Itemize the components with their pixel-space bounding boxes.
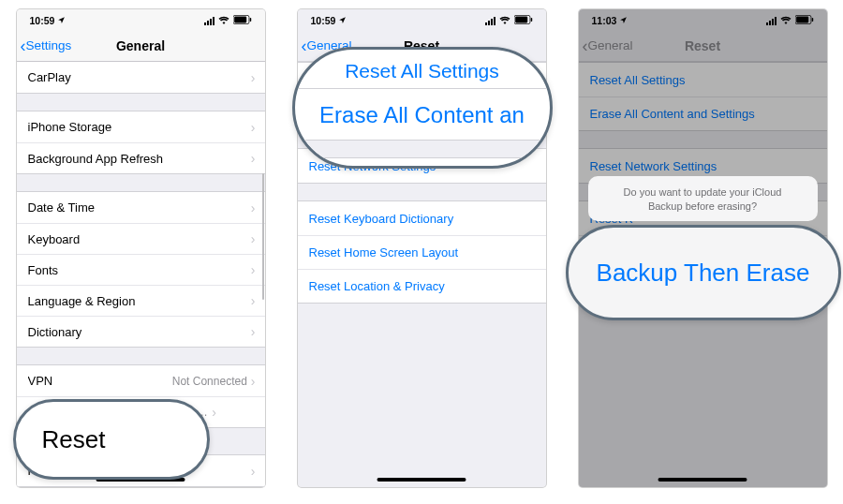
row-dictionary[interactable]: Dictionary›: [17, 316, 265, 347]
chevron-right-icon: ›: [251, 70, 256, 85]
callout-backup: Backup Then Erase: [566, 225, 841, 320]
battery-icon: [514, 15, 533, 26]
back-label: Settings: [26, 38, 72, 52]
callout-line2: Erase All Content an: [319, 102, 525, 127]
chevron-right-icon: ›: [251, 231, 256, 246]
svg-rect-2: [249, 18, 251, 22]
back-button[interactable]: ‹ Settings: [21, 37, 72, 54]
cell-signal-icon: [204, 17, 214, 25]
callout-erase: Reset All Settings Erase All Content an: [292, 47, 553, 169]
chevron-right-icon: ›: [251, 120, 256, 135]
row-storage[interactable]: iPhone Storage›: [17, 111, 265, 142]
battery-icon: [233, 15, 252, 26]
action-sheet: Do you want to update your iCloud Backup…: [588, 176, 818, 221]
chevron-right-icon: ›: [212, 405, 216, 420]
wifi-icon: [218, 15, 229, 26]
scrollbar[interactable]: [261, 61, 264, 314]
row-reset-location[interactable]: Reset Location & Privacy: [298, 269, 546, 303]
row-datetime[interactable]: Date & Time›: [17, 192, 265, 223]
status-bar: 10:59: [298, 9, 546, 30]
nav-title: General: [116, 38, 165, 53]
status-time: 10:59: [30, 15, 55, 26]
status-bar: 10:59: [17, 9, 265, 30]
chevron-right-icon: ›: [251, 151, 256, 166]
wifi-icon: [499, 15, 510, 26]
location-icon: [57, 15, 66, 26]
row-carplay[interactable]: CarPlay›: [17, 62, 265, 93]
sheet-message: Do you want to update your iCloud Backup…: [588, 176, 818, 221]
svg-rect-5: [530, 18, 532, 22]
row-fonts[interactable]: Fonts›: [17, 254, 265, 285]
callout-text: Reset: [42, 425, 106, 454]
row-vpn[interactable]: VPNNot Connected›: [17, 365, 265, 396]
callout-reset: Reset: [13, 399, 210, 480]
home-indicator[interactable]: [377, 478, 466, 482]
chevron-right-icon: ›: [251, 324, 256, 339]
row-language[interactable]: Language & Region›: [17, 285, 265, 316]
chevron-right-icon: ›: [251, 464, 256, 479]
nav-bar: ‹ Settings General: [17, 30, 265, 62]
chevron-right-icon: ›: [251, 293, 256, 308]
callout-line1: Reset All Settings: [295, 57, 550, 88]
cell-signal-icon: [485, 17, 495, 25]
status-time: 10:59: [311, 15, 336, 26]
row-bgrefresh[interactable]: Background App Refresh›: [17, 142, 265, 173]
chevron-right-icon: ›: [251, 262, 256, 277]
location-icon: [338, 15, 347, 26]
row-reset-home[interactable]: Reset Home Screen Layout: [298, 235, 546, 269]
callout-text: Backup Then Erase: [597, 259, 810, 288]
chevron-right-icon: ›: [251, 200, 256, 215]
chevron-right-icon: ›: [251, 374, 256, 389]
svg-rect-1: [234, 17, 246, 23]
row-keyboard[interactable]: Keyboard›: [17, 223, 265, 254]
row-reset-keyboard[interactable]: Reset Keyboard Dictionary: [298, 201, 546, 235]
svg-rect-4: [515, 17, 527, 23]
